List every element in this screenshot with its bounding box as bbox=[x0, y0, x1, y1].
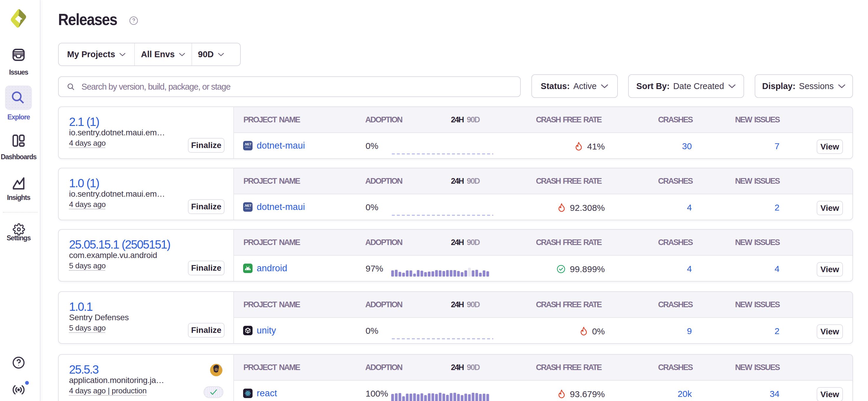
svg-text:MAUI: MAUI bbox=[245, 146, 250, 148]
svg-text:.NET: .NET bbox=[244, 204, 251, 207]
svg-text:.NET: .NET bbox=[244, 142, 251, 146]
svg-text:MAUI: MAUI bbox=[245, 208, 250, 210]
